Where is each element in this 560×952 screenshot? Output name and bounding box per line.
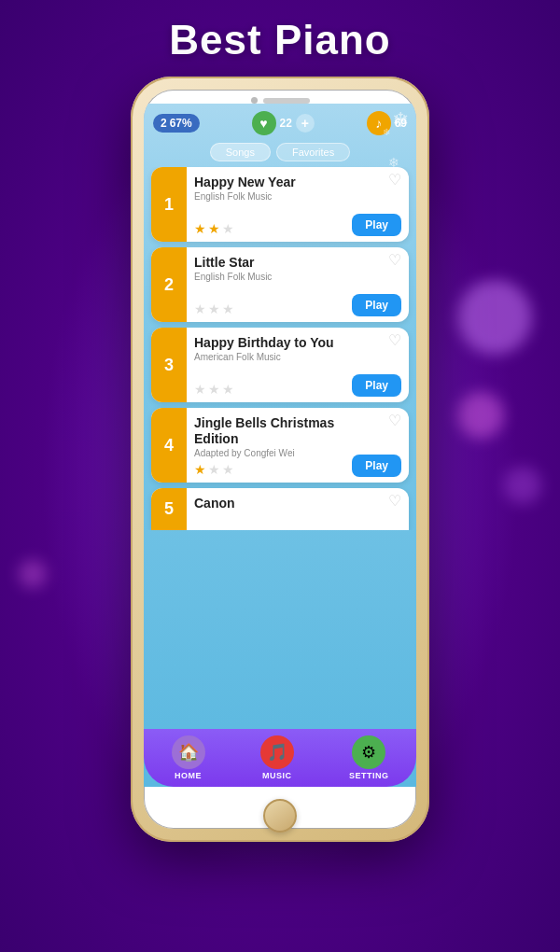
star-1-1: ★ [194,221,206,236]
song-info-2: Little Star English Folk Music ★ ★ ★ [187,247,344,322]
star-2-2: ★ [208,301,220,316]
song-subtitle-3: American Folk Music [194,352,337,362]
song-stars-4: ★ ★ ★ [194,462,337,477]
song-title-1: Happy New Year [194,175,337,190]
tab-favorites[interactable]: Favorites [276,143,350,161]
favorite-btn-4[interactable]: ♡ [388,413,401,428]
level-percent: 67% [170,117,192,130]
song-list: 1 Happy New Year English Folk Music ★ ★ … [144,167,416,530]
star-4-3: ★ [222,462,234,477]
song-subtitle-1: English Folk Music [194,191,337,202]
star-1-2: ★ [208,221,220,236]
song-title-4: Jingle Bells Christmas Edition [194,415,337,447]
star-4-1: ★ [194,462,206,477]
level-number: 2 [161,117,167,130]
song-actions-3: ♡ Play [344,328,409,402]
bokeh-4 [19,560,47,588]
song-title-2: Little Star [194,255,337,271]
song-subtitle-4: Adapted by Congfei Wei [194,448,337,458]
home-icon-circle: 🏠 [172,735,205,769]
song-actions-1: ♡ Play [344,167,409,242]
song-number-5: 5 [151,488,187,530]
star-4-2: ★ [208,462,220,477]
star-3-1: ★ [194,382,206,397]
play-btn-4[interactable]: Play [352,455,401,477]
heart-count: 22 [280,117,292,130]
nav-setting[interactable]: ⚙ SETTING [349,735,389,780]
phone-frame: ❄ ❄ ❄ 2 67% ♥ 22 + ♪ 69 [131,77,429,842]
play-btn-3[interactable]: Play [352,374,401,397]
phone-inner: ❄ ❄ ❄ 2 67% ♥ 22 + ♪ 69 [144,90,416,829]
favorite-btn-3[interactable]: ♡ [388,333,401,348]
phone-camera [251,97,258,104]
song-actions-4: ♡ Play [344,408,409,483]
top-bar: 2 67% ♥ 22 + ♪ 69 [144,104,416,139]
bokeh-2 [457,392,504,439]
tab-songs[interactable]: Songs [210,143,271,161]
song-actions-2: ♡ Play [344,247,409,322]
play-btn-2[interactable]: Play [352,294,401,316]
music-icon-circle: 🎵 [260,735,294,769]
music-label: MUSIC [262,771,292,780]
song-card-3: 3 Happy Birthday to You American Folk Mu… [151,328,409,402]
song-title-5: Canon [194,496,373,511]
star-2-1: ★ [194,301,206,316]
setting-label: SETTING [349,771,389,780]
song-number-2: 2 [151,247,187,322]
star-2-3: ★ [222,301,234,316]
song-card-5-partial: 5 Canon ♡ [151,488,409,530]
home-icon: 🏠 [178,742,199,763]
song-number-3: 3 [151,328,187,402]
favorite-btn-5[interactable]: ♡ [388,494,401,509]
screen: ❄ ❄ ❄ 2 67% ♥ 22 + ♪ 69 [144,104,416,787]
heart-icon: ♥ [252,111,276,135]
star-3-3: ★ [222,382,234,397]
tabs: Songs Favorites [144,143,416,161]
song-info-5: Canon [187,488,381,530]
star-1-3: ★ [222,221,234,236]
music-icon: 🎵 [267,742,287,763]
bokeh-3 [504,467,541,504]
snowflake-1: ❄ [392,108,409,133]
nav-music[interactable]: 🎵 MUSIC [260,735,294,780]
song-card-4: 4 Jingle Bells Christmas Edition Adapted… [151,408,409,483]
plus-button[interactable]: + [296,114,315,133]
star-3-2: ★ [208,382,220,397]
setting-icon-circle: ⚙ [352,735,385,769]
song-actions-5: ♡ [381,488,409,530]
song-subtitle-2: English Folk Music [194,272,337,282]
favorite-btn-1[interactable]: ♡ [388,173,401,188]
song-stars-2: ★ ★ ★ [194,301,337,316]
play-btn-1[interactable]: Play [352,214,401,236]
song-info-1: Happy New Year English Folk Music ★ ★ ★ [187,167,344,242]
bottom-nav: 🏠 HOME 🎵 MUSIC ⚙ SETTING [144,729,416,787]
song-info-4: Jingle Bells Christmas Edition Adapted b… [187,408,344,483]
home-button[interactable] [263,799,297,833]
favorite-btn-2[interactable]: ♡ [388,253,401,268]
setting-icon: ⚙ [361,742,376,763]
page-title: Best Piano [169,17,390,63]
snowflake-3: ❄ [383,127,390,137]
phone-top [144,90,416,104]
snowflake-2: ❄ [388,155,399,170]
bokeh-1 [457,280,532,355]
song-card-2: 2 Little Star English Folk Music ★ ★ ★ [151,247,409,322]
song-info-3: Happy Birthday to You American Folk Musi… [187,328,344,402]
home-label: HOME [175,771,202,780]
level-badge: 2 67% [153,114,200,133]
song-title-3: Happy Birthday to You [194,335,337,351]
song-stars-3: ★ ★ ★ [194,382,337,397]
top-bar-middle: ♥ 22 + [252,111,315,135]
song-card-1: 1 Happy New Year English Folk Music ★ ★ … [151,167,409,242]
song-stars-1: ★ ★ ★ [194,221,337,236]
song-number-1: 1 [151,167,187,242]
song-number-4: 4 [151,408,187,483]
phone-speaker [263,98,310,104]
nav-home[interactable]: 🏠 HOME [172,735,205,780]
